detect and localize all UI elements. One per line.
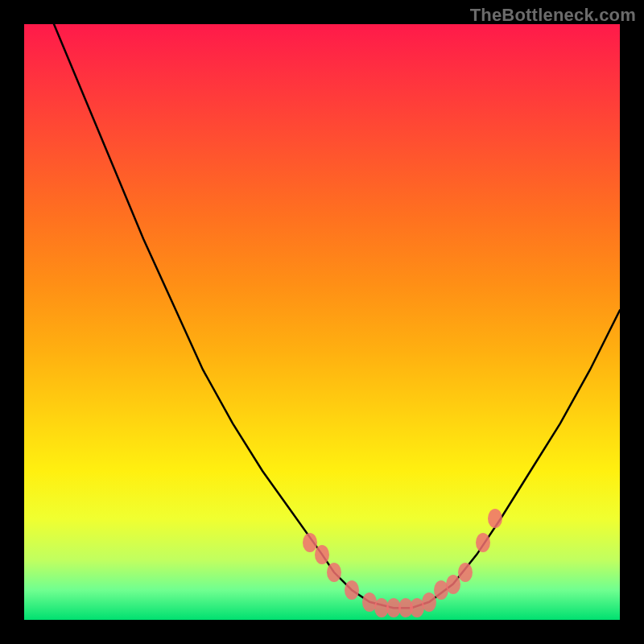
chart-frame: TheBottleneck.com (0, 0, 644, 644)
highlight-marker (488, 509, 502, 528)
highlight-marker (327, 563, 341, 582)
highlight-marker (458, 563, 473, 582)
highlight-marker (476, 533, 490, 552)
bottleneck-curve (24, 24, 620, 620)
highlight-marker (345, 580, 359, 600)
highlight-marker (315, 545, 329, 564)
watermark-text: TheBottleneck.com (470, 5, 636, 26)
plot-area (24, 24, 620, 620)
